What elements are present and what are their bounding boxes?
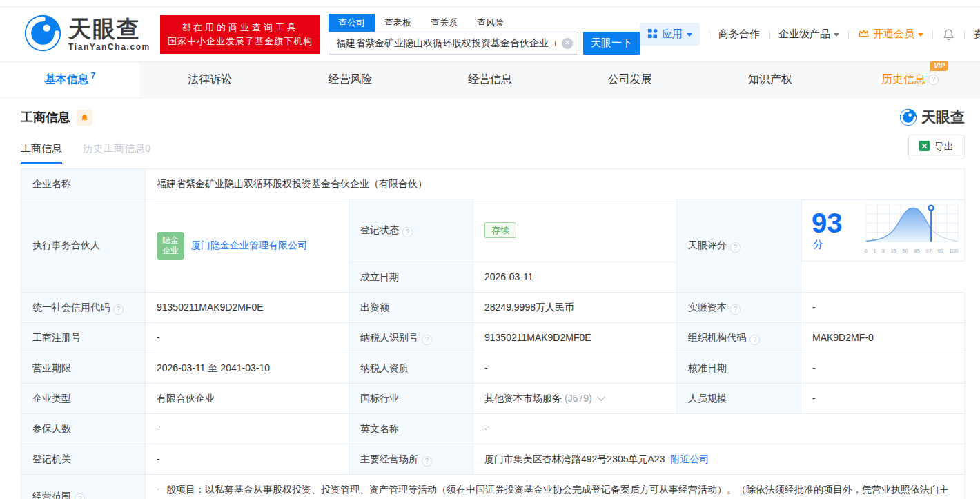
tianyancha-logo[interactable]: 天眼查 TianYanCha.com bbox=[23, 14, 150, 55]
top-divider bbox=[0, 0, 980, 7]
executive-partner-value: 隐金 企业 厦门隐金企业管理有限公司 bbox=[146, 199, 349, 293]
help-icon[interactable]: ? bbox=[928, 75, 939, 85]
subtab-business-info[interactable]: 工商信息 bbox=[21, 134, 62, 164]
table-row: 营业期限 2026-03-11 至 2041-03-10 纳税人资质 - 核准日… bbox=[21, 353, 965, 383]
table-row: 统一社会信用代码? 91350211MAK9D2MF0E 出资额 28249.9… bbox=[21, 292, 965, 322]
excel-icon bbox=[919, 141, 930, 153]
score-label: 天眼评分? bbox=[677, 199, 801, 293]
table-row: 企业名称 福建省紫金矿业隐山双循环股权投资基金合伙企业（有限合伙） bbox=[21, 169, 965, 199]
partner-avatar[interactable]: 隐金 企业 bbox=[157, 232, 184, 260]
tab-basic-count: 7 bbox=[91, 71, 96, 81]
tab-basic-info[interactable]: 基本信息 7 bbox=[0, 62, 140, 97]
tab-legal[interactable]: 法律诉讼 bbox=[140, 62, 280, 97]
help-icon[interactable]: ? bbox=[113, 304, 124, 315]
subtab-history-business-info[interactable]: 历史工商信息0 bbox=[83, 134, 150, 164]
insured-value: - bbox=[146, 413, 349, 444]
help-icon[interactable]: ? bbox=[730, 242, 741, 253]
tianyancha-swirl-icon bbox=[23, 14, 62, 55]
nearby-companies-link[interactable]: 附近公司 bbox=[670, 453, 709, 464]
header: 天眼查 TianYanCha.com 都在用的商业查询工具 国家中小企业发展子基… bbox=[0, 7, 980, 61]
company-type-label: 企业类型 bbox=[21, 383, 146, 413]
industry-value: 其他资本市场服务 (J679) bbox=[473, 383, 677, 413]
tab-basic-label: 基本信息 bbox=[45, 72, 89, 87]
help-icon[interactable]: ? bbox=[75, 493, 85, 499]
open-vip-label: 开通会员 bbox=[873, 28, 914, 41]
approval-date-label: 核准日期 bbox=[677, 353, 801, 383]
business-term-label: 营业期限 bbox=[21, 353, 146, 383]
tab-operating-risk[interactable]: 经营风险 bbox=[280, 62, 420, 97]
business-scope-label: 经营范围? bbox=[21, 474, 146, 499]
slogan-line2: 国家中小企业发展子基金旗下机构 bbox=[168, 35, 313, 48]
search-tab-boss[interactable]: 查老板 bbox=[375, 14, 421, 32]
search-tabs: 查公司 查老板 查关系 查风险 bbox=[329, 14, 640, 32]
search-tab-relation[interactable]: 查关系 bbox=[421, 14, 467, 32]
tab-history-label: 历史信息 bbox=[881, 72, 925, 87]
divider bbox=[709, 30, 709, 39]
table-row: 登记机关 - 主要经营场所? 厦门市集美区杏林湾路492号2305单元A23 附… bbox=[21, 444, 965, 474]
establish-date-label: 成立日期 bbox=[349, 262, 473, 292]
help-icon[interactable]: ? bbox=[422, 335, 432, 345]
score-value-cell[interactable]: 93分 bbox=[801, 199, 965, 262]
partner-company-link[interactable]: 厦门隐金企业管理有限公司 bbox=[191, 239, 307, 250]
chevron-down-icon bbox=[687, 33, 692, 39]
enterprise-products-label: 企业级产品 bbox=[778, 28, 830, 41]
brand-domain: TianYanCha.com bbox=[68, 43, 150, 51]
reg-number-value: - bbox=[146, 322, 349, 353]
monitor-bell-button[interactable] bbox=[77, 110, 92, 126]
help-icon[interactable]: ? bbox=[402, 227, 413, 237]
org-code-label: 组织机构代码? bbox=[677, 322, 801, 353]
help-icon[interactable]: ? bbox=[730, 304, 741, 315]
tab-intellectual-property[interactable]: 知识产权 bbox=[700, 62, 840, 97]
org-code-value: MAK9D2MF-0 bbox=[801, 322, 965, 353]
capital-value: 28249.9998万人民币 bbox=[473, 292, 677, 322]
export-label: 导出 bbox=[934, 141, 954, 153]
chevron-down-icon[interactable] bbox=[598, 393, 605, 400]
nav-cooperation[interactable]: 商务合作 bbox=[718, 28, 760, 41]
slogan-line1: 都在用的商业查询工具 bbox=[168, 21, 313, 35]
user-menu[interactable]: 费米 bbox=[974, 28, 980, 41]
section-title: 工商信息 bbox=[21, 109, 70, 126]
business-term-value: 2026-03-11 至 2041-03-10 bbox=[146, 353, 349, 383]
clear-search-icon[interactable]: × bbox=[562, 38, 573, 49]
credit-code-label: 统一社会信用代码? bbox=[21, 292, 146, 322]
search-button[interactable]: 天眼一下 bbox=[583, 32, 640, 55]
table-row: 执行事务合伙人 隐金 企业 厦门隐金企业管理有限公司 登记状态? 存续 天眼评分… bbox=[21, 199, 965, 262]
watermark-logo: 天眼查 bbox=[899, 108, 965, 127]
notification-bell[interactable] bbox=[942, 28, 955, 41]
registration-status-value: 存续 bbox=[473, 199, 677, 262]
slogan-banner: 都在用的商业查询工具 国家中小企业发展子基金旗下机构 bbox=[160, 15, 320, 54]
username: 费米 bbox=[974, 28, 980, 41]
reg-authority-label: 登记机关 bbox=[21, 444, 146, 474]
search-tab-company[interactable]: 查公司 bbox=[329, 14, 375, 32]
search-block: 查公司 查老板 查关系 查风险 × 天眼一下 bbox=[329, 14, 640, 55]
taxpayer-id-value: 91350211MAK9D2MF0E bbox=[473, 322, 677, 353]
brand-name: 天眼查 bbox=[68, 17, 150, 40]
business-scope-value: 一般项目：以私募基金从事股权投资、投资管理、资产管理等活动（须在中国证券投资基金… bbox=[146, 474, 965, 499]
score-distribution-chart: 0131550859799100 bbox=[865, 203, 959, 258]
search-input[interactable] bbox=[329, 32, 578, 55]
registration-status-label: 登记状态? bbox=[349, 199, 473, 262]
table-row: 经营范围? 一般项目：以私募基金从事股权投资、投资管理、资产管理等活动（须在中国… bbox=[21, 474, 965, 499]
search-tab-risk[interactable]: 查风险 bbox=[467, 14, 513, 32]
export-button[interactable]: 导出 bbox=[908, 135, 965, 159]
tab-operating-info[interactable]: 经营信息 bbox=[420, 62, 560, 97]
nav-enterprise-products[interactable]: 企业级产品 bbox=[778, 28, 839, 41]
status-badge: 存续 bbox=[484, 222, 516, 238]
tab-company-development[interactable]: 公司发展 bbox=[560, 62, 700, 97]
industry-label: 国标行业 bbox=[349, 383, 473, 413]
nav-open-vip[interactable]: 开通会员 bbox=[858, 28, 923, 41]
business-info-table: 企业名称 福建省紫金矿业隐山双循环股权投资基金合伙企业（有限合伙） 执行事务合伙… bbox=[21, 168, 965, 499]
address-value: 厦门市集美区杏林湾路492号2305单元A23 附近公司 bbox=[473, 444, 965, 474]
score-unit: 分 bbox=[813, 238, 823, 250]
address-label: 主要经营场所? bbox=[349, 444, 473, 474]
help-icon[interactable]: ? bbox=[749, 335, 760, 345]
help-icon[interactable]: ? bbox=[422, 456, 432, 467]
chevron-down-icon bbox=[918, 33, 923, 39]
crown-icon bbox=[858, 28, 870, 41]
reg-number-label: 工商注册号 bbox=[21, 322, 146, 353]
chevron-down-icon bbox=[834, 33, 839, 39]
company-name-value: 福建省紫金矿业隐山双循环股权投资基金合伙企业（有限合伙） bbox=[146, 169, 965, 199]
tab-history-info[interactable]: 历史信息 VIP ? bbox=[840, 62, 980, 97]
approval-date-value: - bbox=[801, 353, 965, 383]
apps-menu[interactable]: 应用 bbox=[640, 23, 700, 46]
